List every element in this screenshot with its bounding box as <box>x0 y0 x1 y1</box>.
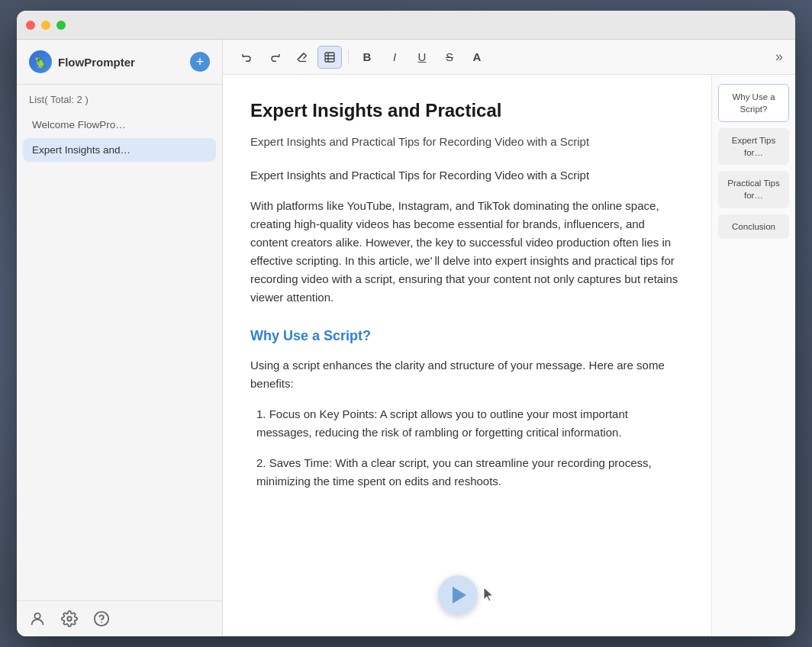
doc-intro: Expert Insights and Practical Tips for R… <box>250 166 684 185</box>
outline-panel: Why Use a Script? Expert Tips for… Pract… <box>711 75 795 636</box>
close-button[interactable] <box>26 21 35 30</box>
section1-item1: 1. Focus on Key Points: A script allows … <box>250 405 684 442</box>
section1-heading: Why Use a Script? <box>250 325 684 347</box>
maximize-button[interactable] <box>56 21 66 30</box>
section1-intro: Using a script enhances the clarity and … <box>250 356 684 393</box>
font-button[interactable]: A <box>465 46 489 69</box>
app-content: 🦜 FlowPrompter + List( Total: 2 ) Welcom… <box>17 40 795 636</box>
brand-logo: 🦜 <box>29 50 52 73</box>
editor[interactable]: Expert Insights and Practical Expert Ins… <box>223 75 711 636</box>
svg-point-0 <box>34 613 40 619</box>
minimize-button[interactable] <box>41 21 50 30</box>
brand-logo-symbol: 🦜 <box>34 56 47 68</box>
sidebar: 🦜 FlowPrompter + List( Total: 2 ) Welcom… <box>17 40 223 636</box>
user-icon[interactable] <box>29 610 46 627</box>
svg-point-1 <box>67 616 72 621</box>
eraser-button[interactable] <box>290 46 314 69</box>
editor-container: Expert Insights and Practical Expert Ins… <box>223 75 795 636</box>
redo-button[interactable] <box>263 46 287 69</box>
brand: 🦜 FlowPrompter <box>29 50 135 73</box>
undo-button[interactable] <box>235 46 259 69</box>
main-area: B I U S A » Expert Insights and Practica… <box>223 40 795 636</box>
table-button[interactable] <box>317 46 342 69</box>
doc-body-para1: With platforms like YouTube, Instagram, … <box>250 197 684 307</box>
toolbar-divider-1 <box>348 50 349 65</box>
italic-button[interactable]: I <box>382 46 407 69</box>
outline-item-conclusion[interactable]: Conclusion <box>718 214 789 239</box>
editor-area: Expert Insights and Practical Expert Ins… <box>223 75 711 636</box>
outline-item-why-use[interactable]: Why Use a Script? <box>718 84 789 122</box>
underline-button[interactable]: U <box>410 46 434 69</box>
brand-name: FlowPrompter <box>58 56 135 69</box>
svg-line-4 <box>299 54 303 58</box>
strikethrough-button[interactable]: S <box>437 46 462 69</box>
sidebar-header: 🦜 FlowPrompter + <box>17 40 222 85</box>
titlebar <box>17 11 795 40</box>
toolbar-more-button[interactable]: » <box>775 49 783 65</box>
section1-item2: 2. Saves Time: With a clear script, you … <box>250 454 684 491</box>
outline-item-practical-tips[interactable]: Practical Tips for… <box>718 171 789 208</box>
play-button[interactable] <box>438 575 478 615</box>
sidebar-items: Welcome FlowPro… Expert Insights and… <box>17 110 222 600</box>
list-label: List( Total: 2 ) <box>17 85 222 110</box>
add-document-button[interactable]: + <box>190 52 210 72</box>
svg-rect-5 <box>325 53 334 62</box>
gear-icon[interactable] <box>61 610 78 627</box>
play-icon <box>453 587 466 604</box>
doc-body: Expert Insights and Practical Tips for R… <box>250 166 684 491</box>
toolbar: B I U S A » <box>223 40 795 75</box>
help-icon[interactable] <box>93 610 110 627</box>
app-window: 🦜 FlowPrompter + List( Total: 2 ) Welcom… <box>17 11 795 636</box>
cursor-icon <box>482 586 496 604</box>
doc-subtitle: Expert Insights and Practical Tips for R… <box>250 133 684 151</box>
sidebar-footer <box>17 600 222 636</box>
doc-title: Expert Insights and Practical <box>250 96 684 125</box>
sidebar-item-welcome[interactable]: Welcome FlowPro… <box>23 113 216 137</box>
outline-item-expert-tips[interactable]: Expert Tips for… <box>718 128 789 165</box>
sidebar-item-expert-insights[interactable]: Expert Insights and… <box>23 138 216 162</box>
bold-button[interactable]: B <box>355 46 379 69</box>
